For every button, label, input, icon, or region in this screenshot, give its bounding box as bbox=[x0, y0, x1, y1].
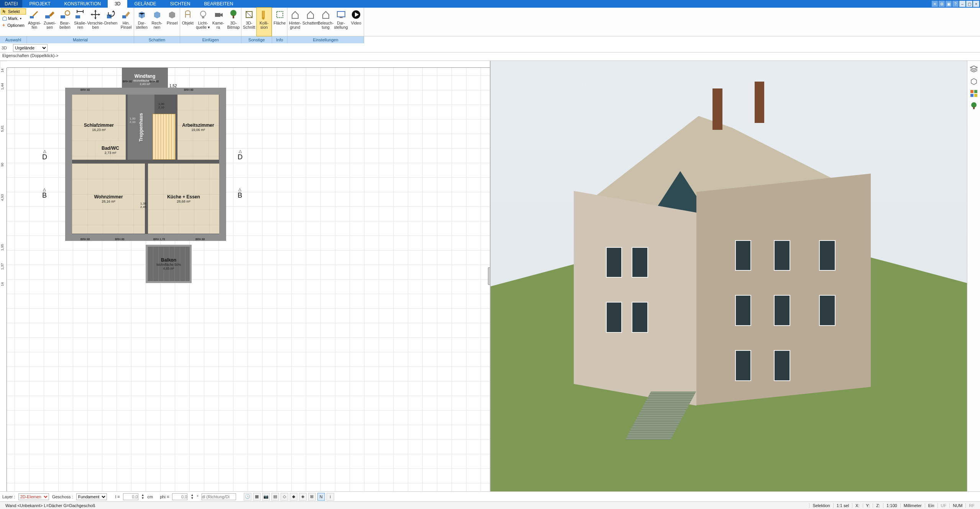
window bbox=[774, 295, 790, 326]
close-icon[interactable]: × bbox=[973, 1, 979, 7]
darstellung-button[interactable]: Dar- stellung bbox=[333, 8, 349, 36]
video-button[interactable]: Video bbox=[348, 8, 364, 36]
darstellen-button[interactable]: Dar- stellen bbox=[134, 8, 149, 36]
menu-3d[interactable]: 3D bbox=[108, 0, 127, 8]
assign-icon bbox=[44, 9, 55, 20]
tools-icon[interactable]: ✕ bbox=[932, 1, 938, 7]
geschoss-label: Geschoss : bbox=[52, 494, 73, 499]
camera2-icon[interactable]: 📷 bbox=[262, 493, 270, 501]
tag-icon bbox=[2, 16, 7, 21]
verschieben-button[interactable]: Verschie- ben bbox=[88, 8, 103, 36]
optionen-button[interactable]: + Optionen bbox=[1, 22, 26, 28]
room-badwc[interactable]: Bad/WC 2,73 m² bbox=[95, 141, 126, 160]
group-label-schatten: Schatten bbox=[134, 36, 180, 43]
layers-icon[interactable] bbox=[970, 65, 978, 73]
bottom-toolbar: Layer : 2D-Elemen Geschoss : Fundament l… bbox=[0, 491, 980, 501]
room-balkon[interactable]: Balkon Wohnfläche 50% 4,65 m² bbox=[146, 245, 192, 283]
objekt-button[interactable]: Objekt bbox=[180, 8, 195, 36]
zuweisen-button[interactable]: Zuwei- sen bbox=[42, 8, 57, 36]
isometric-icon[interactable] bbox=[970, 77, 978, 85]
svg-point-22 bbox=[971, 102, 977, 108]
group-einstellungen: Hinter- grund Schatten Beleuch- tung Dar… bbox=[287, 8, 364, 36]
group-label-sonstige: Sonstige bbox=[241, 36, 272, 43]
wall-left bbox=[574, 191, 696, 405]
menu-bearbeiten[interactable]: BEARBEITEN bbox=[197, 0, 240, 8]
view-mode-label: 3D bbox=[2, 46, 12, 50]
window bbox=[735, 295, 751, 326]
l-input[interactable] bbox=[123, 493, 138, 500]
block-icon[interactable]: ▦ bbox=[253, 493, 261, 501]
staircase[interactable] bbox=[153, 114, 176, 160]
svg-rect-1 bbox=[45, 15, 50, 18]
dl-input[interactable] bbox=[202, 493, 236, 500]
geschoss-select[interactable]: Fundament bbox=[76, 493, 107, 500]
workspace: 14 1,44 5,61 90 4,93 1,95 1,37 14 Windfa… bbox=[0, 61, 980, 491]
clock-icon[interactable]: 🕓 bbox=[244, 493, 251, 501]
folder-icon[interactable]: ▣ bbox=[946, 1, 952, 7]
svg-rect-9 bbox=[215, 13, 220, 17]
drehen-button[interactable]: Drehen bbox=[103, 8, 118, 36]
palette-icon[interactable] bbox=[970, 89, 978, 98]
menu-projekt[interactable]: PROJEKT bbox=[22, 0, 57, 8]
group-label-einstellungen: Einstellungen bbox=[287, 36, 364, 43]
settings-icon[interactable]: ⚙ bbox=[939, 1, 945, 7]
restore-icon[interactable]: ▢ bbox=[966, 1, 972, 7]
hintergrund-button[interactable]: Hinter- grund bbox=[287, 8, 303, 36]
mark-button[interactable]: Mark. ▾ bbox=[1, 15, 26, 21]
selekt-button[interactable]: Selekt bbox=[1, 8, 26, 15]
kamera-button[interactable]: Kame- ra bbox=[211, 8, 226, 36]
pinsel-button[interactable]: Pinsel bbox=[164, 8, 180, 36]
bitmap-button[interactable]: 3D- Bitmap bbox=[226, 8, 241, 36]
window bbox=[774, 350, 790, 381]
play-icon bbox=[351, 9, 361, 20]
abgreifen-button[interactable]: Abgrei- fen bbox=[27, 8, 42, 36]
3d-view-pane[interactable] bbox=[491, 61, 980, 491]
floorplan-pane[interactable]: 14 1,44 5,61 90 4,93 1,95 1,37 14 Windfa… bbox=[0, 61, 491, 491]
menu-datei[interactable]: DATEI bbox=[0, 0, 22, 8]
help-icon[interactable]: ? bbox=[952, 1, 959, 7]
svg-rect-8 bbox=[202, 16, 204, 18]
hinpinsel-button[interactable]: Hin. Pinsel bbox=[118, 8, 134, 36]
pane-splitter[interactable] bbox=[488, 267, 491, 285]
schatten2-button[interactable]: Schatten bbox=[303, 8, 318, 36]
room-arbeitszimmer[interactable]: Arbeitszimmer 19,06 m² bbox=[177, 95, 219, 160]
layer-select[interactable]: 2D-Elemen bbox=[18, 493, 49, 500]
view-select[interactable]: Urgelände bbox=[13, 44, 48, 52]
toggle2-icon[interactable]: ◆ bbox=[290, 493, 297, 501]
room-treppenhaus[interactable]: Treppenhaus bbox=[128, 95, 154, 160]
flaeche-button[interactable]: Fläche bbox=[272, 8, 287, 36]
grid-icon[interactable]: ⊞ bbox=[308, 493, 316, 501]
minimize-icon[interactable]: – bbox=[959, 1, 965, 7]
lichtquelle-button[interactable]: Licht- quelle ▾ bbox=[195, 8, 211, 36]
stack-icon[interactable]: ▤ bbox=[271, 493, 279, 501]
room-wohnzimmer[interactable]: Wohnzimmer 28,16 m² bbox=[72, 164, 145, 234]
window bbox=[632, 302, 648, 333]
normal-icon[interactable]: N bbox=[317, 493, 325, 501]
menu-konstruktion[interactable]: KONSTRUKTION bbox=[57, 0, 108, 8]
info-icon[interactable]: i bbox=[327, 493, 334, 501]
ribbon: Selekt Mark. ▾ + Optionen Abgrei- fen Zu… bbox=[0, 8, 980, 36]
svg-rect-11 bbox=[233, 15, 234, 18]
window bbox=[819, 295, 835, 326]
menu-sichten[interactable]: SICHTEN bbox=[163, 0, 197, 8]
schnitt-button[interactable]: 3D- Schnitt bbox=[241, 8, 257, 36]
window bbox=[606, 247, 622, 278]
beleuchtung-button[interactable]: Beleuch- tung bbox=[318, 8, 333, 36]
menu-gelaende[interactable]: GELÄNDE bbox=[127, 0, 163, 8]
kollision-button[interactable]: Kolli- sion bbox=[256, 7, 272, 36]
bearbeiten-button[interactable]: Bear- beiten bbox=[57, 8, 73, 36]
house-model[interactable] bbox=[574, 95, 897, 440]
camera-icon bbox=[213, 9, 223, 20]
phi-input[interactable] bbox=[172, 493, 187, 500]
area-icon bbox=[274, 9, 285, 20]
svg-rect-2 bbox=[61, 15, 65, 18]
toggle3-icon[interactable]: ◈ bbox=[299, 493, 307, 501]
brh-label: BRH 80 bbox=[195, 238, 205, 241]
room-kueche[interactable]: Küche + Essen 28,68 m² bbox=[148, 164, 219, 234]
tree-toggle-icon[interactable] bbox=[970, 101, 978, 110]
rechnen-button[interactable]: Rech- nen bbox=[149, 8, 165, 36]
bulb-icon bbox=[198, 9, 208, 20]
svg-rect-0 bbox=[30, 16, 34, 18]
toggle1-icon[interactable]: ◇ bbox=[281, 493, 288, 501]
skalieren-button[interactable]: Skalie- ren bbox=[72, 8, 88, 36]
